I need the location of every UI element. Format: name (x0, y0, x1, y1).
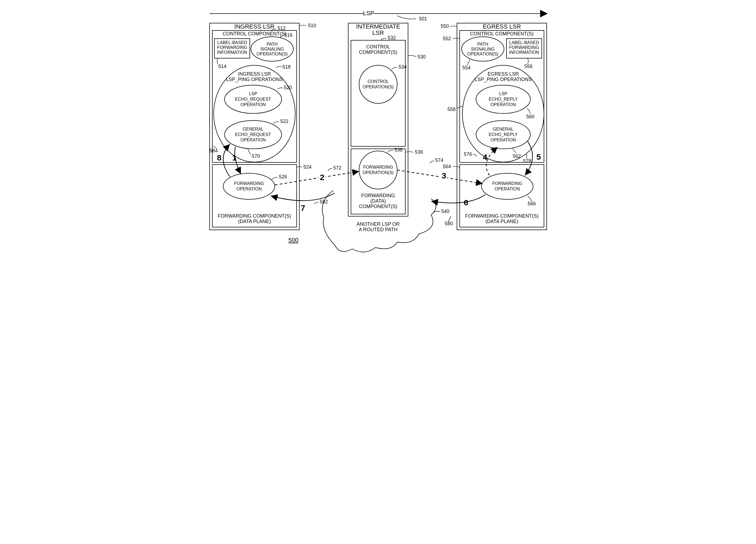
ingress-control-title: CONTROL COMPONENT(S) (223, 31, 286, 36)
svg-text:SIGNALING: SIGNALING (471, 47, 494, 51)
svg-text:A ROUTED PATH: A ROUTED PATH (359, 227, 397, 232)
ref-562: 562 (513, 153, 521, 159)
ingress-title: INGRESS LSR (234, 23, 275, 30)
svg-text:ECHO_REPLY: ECHO_REPLY (489, 132, 518, 137)
ref-534: 534 (399, 64, 407, 70)
svg-text:PATH: PATH (266, 42, 277, 46)
egress-fwd-op (481, 173, 533, 199)
svg-text:PATH: PATH (477, 42, 488, 46)
svg-text:INFORMATION: INFORMATION (217, 50, 247, 55)
svg-text:FORWARDING: FORWARDING (361, 193, 395, 198)
step-4: 4 (483, 152, 487, 161)
svg-text:SIGNALING: SIGNALING (260, 47, 284, 51)
ref-526: 526 (279, 174, 287, 179)
egress-title: EGRESS LSR (483, 23, 521, 30)
svg-text:FORWARDING: FORWARDING (363, 165, 393, 169)
ref-524: 524 (303, 164, 312, 170)
svg-text:(DATA): (DATA) (370, 198, 386, 204)
svg-text:INFORMATION: INFORMATION (509, 50, 539, 55)
step-2: 2 (320, 173, 324, 182)
ref-578: 578 (523, 158, 531, 164)
svg-text:OPERATION(S): OPERATION(S) (362, 170, 393, 175)
ingress-fwd-op (223, 173, 275, 199)
ref-584: 584 (210, 148, 218, 153)
svg-text:FORWARDING: FORWARDING (492, 181, 522, 186)
svg-text:OPERATION(S): OPERATION(S) (467, 52, 498, 56)
egress-control-title: CONTROL COMPONENT(S) (470, 31, 533, 36)
figure-number: 500 (288, 236, 298, 243)
intermediate-fwd-op (359, 151, 397, 189)
ref-518: 518 (282, 64, 291, 70)
svg-text:CONTROL: CONTROL (366, 44, 390, 49)
arrow-3 (397, 170, 483, 183)
ref-512: 512 (278, 26, 286, 31)
svg-text:GENERAL: GENERAL (493, 127, 514, 131)
svg-text:FORWARDING: FORWARDING (217, 45, 247, 50)
svg-text:OPERATION(S): OPERATION(S) (256, 52, 287, 56)
step-7: 7 (301, 203, 305, 212)
svg-text:OPERATION: OPERATION (240, 102, 266, 107)
step-5: 5 (536, 152, 541, 161)
svg-text:OPERATION: OPERATION (490, 102, 516, 107)
ref-554: 554 (462, 65, 471, 70)
svg-text:FORWARDING: FORWARDING (234, 181, 264, 186)
svg-text:OPERATION: OPERATION (494, 186, 520, 191)
diagram: LSP 501 INGRESS LSR 510 CONTROL COMPONEN… (201, 5, 555, 264)
svg-text:ECHO_REQUEST: ECHO_REQUEST (235, 97, 271, 102)
svg-text:(DATA PLANE): (DATA PLANE) (485, 219, 518, 224)
ref-516: 516 (284, 32, 293, 38)
ref-558: 558 (447, 107, 456, 112)
svg-text:ECHO_REPLY: ECHO_REPLY (489, 97, 518, 102)
ref-582: 582 (320, 199, 328, 204)
ref-538: 538 (394, 147, 403, 152)
svg-text:OPERATION: OPERATION (240, 138, 266, 142)
ref-550: 550 (441, 23, 449, 29)
ref-536: 536 (415, 149, 423, 155)
arrow-6 (431, 194, 486, 203)
ref-580: 580 (445, 221, 453, 226)
ref-532: 532 (388, 35, 396, 41)
svg-text:CONTROL: CONTROL (367, 79, 388, 84)
svg-text:LSP: LSP (499, 91, 507, 96)
ref-522: 522 (280, 119, 288, 124)
step-1: 1 (232, 153, 237, 162)
svg-text:LSP_PING OPERATIONS: LSP_PING OPERATIONS (475, 77, 532, 82)
svg-text:FORWARDING COMPONENT(S): FORWARDING COMPONENT(S) (465, 213, 539, 219)
ref-570: 570 (252, 153, 260, 159)
ref-510: 510 (308, 23, 316, 28)
ref-560: 560 (526, 114, 534, 119)
ref-572: 572 (333, 165, 341, 170)
ref-564: 564 (443, 164, 451, 169)
svg-text:GENERAL: GENERAL (242, 127, 263, 131)
svg-text:COMPONENT(S): COMPONENT(S) (359, 204, 397, 209)
step-6: 6 (464, 198, 468, 207)
ref-530: 530 (418, 54, 426, 60)
svg-text:INGRESS LSR: INGRESS LSR (238, 71, 271, 77)
ref-556: 556 (524, 64, 533, 69)
svg-text:INTERMEDIATE: INTERMEDIATE (356, 23, 400, 30)
svg-text:COMPONENT(S): COMPONENT(S) (359, 49, 397, 55)
svg-text:OPERATION(S): OPERATION(S) (362, 85, 393, 89)
svg-text:ANOTHER LSP OR: ANOTHER LSP OR (356, 221, 400, 227)
svg-text:LABEL-BASED: LABEL-BASED (509, 40, 539, 45)
ref-574: 574 (435, 157, 443, 163)
svg-text:OPERATION: OPERATION (490, 138, 516, 142)
svg-text:LSP_PING OPERATIONS: LSP_PING OPERATIONS (226, 77, 283, 82)
intermediate-control-op (359, 65, 397, 103)
svg-text:(DATA PLANE): (DATA PLANE) (238, 219, 270, 224)
step-8: 8 (217, 153, 222, 162)
svg-text:LABEL-BASED: LABEL-BASED (217, 40, 247, 45)
step-3: 3 (441, 171, 446, 180)
svg-text:OPERATION: OPERATION (236, 186, 262, 191)
ref-501: 501 (419, 16, 427, 21)
svg-text:LSP: LSP (249, 91, 257, 96)
ref-520: 520 (284, 85, 292, 90)
svg-text:ECHO_REQUEST: ECHO_REQUEST (235, 132, 271, 137)
svg-text:FORWARDING: FORWARDING (509, 45, 539, 50)
svg-text:LSR: LSR (372, 29, 384, 36)
ref-552: 552 (443, 36, 451, 41)
ref-514: 514 (218, 64, 226, 69)
ref-566: 566 (528, 201, 536, 206)
svg-text:FORWARDING COMPONENT(S): FORWARDING COMPONENT(S) (218, 213, 291, 219)
ref-540: 540 (441, 208, 449, 214)
